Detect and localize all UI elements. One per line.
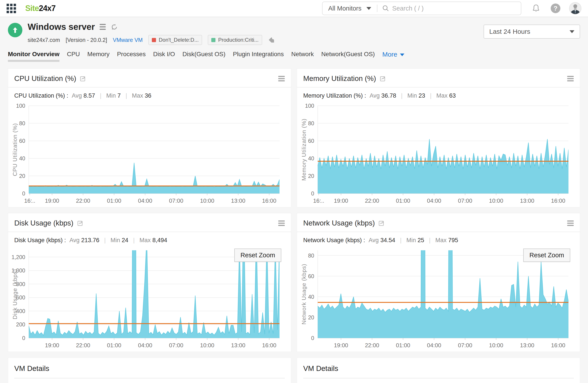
avg-value: 8.57 bbox=[84, 92, 95, 99]
stats-row: CPU Utilization (%) : Avg 8.57 | Min 7 |… bbox=[8, 87, 291, 101]
top-header: Site24x7 All Monitors ? bbox=[0, 0, 588, 17]
svg-text:20: 20 bbox=[308, 314, 314, 321]
max-value: 795 bbox=[448, 237, 458, 243]
svg-text:20: 20 bbox=[308, 173, 314, 179]
panel-menu-icon[interactable] bbox=[278, 75, 285, 82]
vm-details-card-left: VM Details Host Name s24x7-w10.site24x7.… bbox=[8, 358, 291, 383]
svg-text:19:00: 19:00 bbox=[334, 342, 348, 349]
expand-chart-icon[interactable] bbox=[379, 75, 386, 82]
monitor-filter-label: All Monitors bbox=[328, 5, 362, 12]
svg-text:04:00: 04:00 bbox=[138, 342, 152, 349]
panel-menu-icon[interactable] bbox=[567, 219, 574, 227]
svg-text:01:00: 01:00 bbox=[396, 342, 410, 349]
expand-chart-icon[interactable] bbox=[77, 220, 84, 226]
search-input[interactable] bbox=[392, 5, 516, 12]
monitor-type-link[interactable]: VMware VM bbox=[113, 37, 143, 43]
app-launcher-icon[interactable] bbox=[7, 4, 16, 13]
status-up-badge bbox=[8, 23, 22, 37]
stats-label: CPU Utilization (%) : bbox=[14, 92, 68, 99]
vm-details-card-right: VM Details ESX/ESXi Host Name 172.21.112… bbox=[297, 358, 580, 383]
panel-title: Network Usage (kbps) bbox=[303, 219, 375, 227]
svg-text:40: 40 bbox=[308, 155, 314, 161]
global-search-container: All Monitors bbox=[322, 1, 521, 15]
svg-text:60: 60 bbox=[19, 138, 25, 144]
max-key: Max bbox=[132, 92, 143, 99]
cpu-utilization-panel: CPU Utilization (%) CPU Utilization (%) … bbox=[8, 68, 291, 207]
tab-network-guest-os[interactable]: Network(Guest OS) bbox=[321, 51, 375, 59]
network-usage-panel: Network Usage (kbps) Network Usage (kbps… bbox=[297, 213, 580, 352]
expand-chart-icon[interactable] bbox=[80, 75, 86, 82]
max-value: 63 bbox=[449, 92, 456, 99]
svg-text:13:00: 13:00 bbox=[520, 197, 534, 204]
help-glyph: ? bbox=[554, 5, 558, 12]
svg-text:01:00: 01:00 bbox=[107, 197, 121, 204]
vm-details-title: VM Details bbox=[297, 358, 580, 378]
svg-text:20: 20 bbox=[19, 173, 25, 179]
tag-label: Don't_Delete:D... bbox=[159, 37, 199, 43]
search-icon bbox=[382, 5, 389, 12]
max-key: Max bbox=[140, 237, 151, 243]
tag-pill[interactable]: Production:Criti... bbox=[208, 35, 262, 45]
tag-pill[interactable]: Don't_Delete:D... bbox=[148, 35, 202, 45]
network-chart[interactable]: 02040608019:0022:0001:0004:0007:0010:001… bbox=[297, 245, 580, 352]
svg-text:04:00: 04:00 bbox=[138, 197, 152, 204]
tag-icon[interactable] bbox=[268, 36, 275, 43]
avg-key: Avg bbox=[370, 92, 380, 99]
tab-disk-guest-os[interactable]: Disk(Guest OS) bbox=[182, 51, 225, 59]
svg-text:22:00: 22:00 bbox=[76, 197, 90, 204]
tab-more[interactable]: More bbox=[382, 51, 404, 60]
tab-disk-io[interactable]: Disk I/O bbox=[153, 51, 175, 59]
logo-text-dark: 24x7 bbox=[39, 4, 56, 13]
chevron-down-icon bbox=[569, 30, 574, 33]
monitor-title-section: Windows server site24x7.com [Version - 2… bbox=[8, 22, 580, 45]
reset-zoom-button[interactable]: Reset Zoom bbox=[234, 248, 281, 262]
monitor-menu-icon[interactable] bbox=[100, 24, 106, 30]
cpu-chart[interactable]: 02040608010016:..19:0022:0001:0004:0007:… bbox=[8, 101, 291, 207]
svg-text:01:00: 01:00 bbox=[396, 197, 410, 204]
expand-chart-icon[interactable] bbox=[378, 220, 385, 226]
tab-plugin-integrations[interactable]: Plugin Integrations bbox=[233, 51, 284, 59]
max-key: Max bbox=[435, 237, 446, 243]
tag-color-swatch bbox=[152, 38, 156, 42]
svg-text:40: 40 bbox=[308, 294, 314, 300]
monitor-domain: site24x7.com bbox=[28, 37, 60, 43]
svg-text:19:00: 19:00 bbox=[334, 197, 348, 204]
svg-text:100: 100 bbox=[305, 103, 314, 109]
panel-title: Disk Usage (kbps) bbox=[14, 219, 74, 227]
panel-menu-icon[interactable] bbox=[278, 219, 285, 227]
panel-menu-icon[interactable] bbox=[567, 75, 574, 82]
svg-text:60: 60 bbox=[308, 138, 314, 144]
tab-monitor-overview[interactable]: Monitor Overview bbox=[8, 51, 60, 63]
svg-text:22:00: 22:00 bbox=[365, 342, 379, 349]
site24x7-logo[interactable]: Site24x7 bbox=[25, 4, 56, 13]
chevron-down-icon bbox=[400, 54, 404, 56]
tab-memory[interactable]: Memory bbox=[87, 51, 109, 59]
min-value: 7 bbox=[117, 92, 121, 99]
min-value: 24 bbox=[122, 237, 128, 243]
max-value: 8,494 bbox=[152, 237, 167, 243]
avg-value: 213.76 bbox=[81, 237, 99, 243]
help-icon[interactable]: ? bbox=[551, 3, 560, 13]
svg-text:07:00: 07:00 bbox=[458, 197, 472, 204]
user-avatar[interactable] bbox=[569, 2, 581, 15]
tab-network[interactable]: Network bbox=[291, 51, 314, 59]
svg-text:04:00: 04:00 bbox=[427, 342, 441, 349]
svg-text:80: 80 bbox=[19, 120, 25, 126]
svg-text:01:00: 01:00 bbox=[107, 342, 121, 349]
notifications-bell-icon[interactable] bbox=[531, 4, 541, 13]
tab-cpu[interactable]: CPU bbox=[67, 51, 80, 59]
svg-text:13:00: 13:00 bbox=[231, 197, 245, 204]
stats-label: Network Usage (kbps) : bbox=[303, 237, 365, 244]
refresh-icon[interactable] bbox=[111, 23, 118, 31]
reset-zoom-button[interactable]: Reset Zoom bbox=[523, 248, 570, 262]
min-key: Min bbox=[407, 92, 417, 99]
disk-chart[interactable]: 02004006008001,0001,20019:0022:0001:0004… bbox=[8, 245, 291, 352]
monitor-filter-dropdown[interactable]: All Monitors bbox=[322, 2, 377, 15]
tab-processes[interactable]: Processes bbox=[117, 51, 146, 59]
svg-text:0: 0 bbox=[22, 190, 25, 197]
memory-chart[interactable]: 02040608010016:..19:0022:0001:0004:0007:… bbox=[297, 101, 580, 207]
time-range-dropdown[interactable]: Last 24 Hours bbox=[483, 24, 580, 39]
avg-key: Avg bbox=[369, 237, 379, 243]
chevron-down-icon bbox=[366, 7, 371, 10]
min-key: Min bbox=[406, 237, 416, 243]
